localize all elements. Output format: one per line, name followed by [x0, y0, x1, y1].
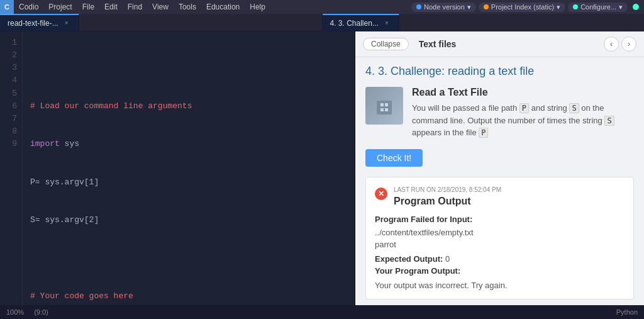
tab-editor-close[interactable]: × [62, 19, 71, 28]
check-it-button[interactable]: Check It! [365, 149, 423, 167]
result-body: Program Failed for Input: ../content/tex… [375, 215, 625, 290]
project-index-label: Project Index (static) [491, 3, 554, 11]
project-index-chevron: ▾ [557, 3, 560, 11]
code-line-1 [30, 62, 347, 74]
node-version-badge[interactable]: Node version ▾ [411, 3, 476, 12]
line-num-4: 4 [0, 74, 17, 87]
code-content[interactable]: # Load our command line arguments import… [23, 31, 355, 305]
line-num-2: 2 [0, 49, 17, 62]
status-bar: 100% (9:0) Python [0, 305, 644, 319]
line-num-5: 5 [0, 87, 17, 100]
challenge-title: 4. 3. Challenge: reading a text file [365, 65, 634, 78]
line-num-8: 8 [0, 125, 17, 138]
code-line-7: # Your code goes here [30, 290, 347, 303]
menu-view[interactable]: View [147, 1, 174, 13]
menu-find[interactable]: Find [123, 1, 147, 13]
code-line-3: import sys [30, 138, 347, 150]
status-left: 100% (9:0) [6, 308, 48, 316]
desc-text-1: You will be passed a file path [412, 103, 517, 113]
svg-rect-1 [379, 98, 389, 101]
tab-challenge-label: 4. 3. Challen... [330, 19, 379, 28]
s-code-2: S [604, 116, 614, 126]
nav-prev[interactable]: ‹ [604, 36, 619, 52]
svg-rect-5 [385, 108, 388, 111]
p-code-2: P [479, 128, 488, 138]
menu-project[interactable]: Project [43, 1, 77, 13]
result-header: ✕ LAST RUN on 2/18/2019, 8:52:04 PM Prog… [375, 186, 625, 207]
challenge-info: Read a Text File You will be passed a fi… [412, 87, 634, 139]
tab-challenge[interactable]: 4. 3. Challen... × [323, 14, 399, 31]
configure-label: Configure... [580, 3, 616, 11]
desc-text-4: appears in the file [412, 128, 477, 137]
section-title: Text files [419, 39, 457, 49]
project-dot [484, 4, 489, 9]
challenge-name: Read a Text File [412, 87, 634, 98]
result-card: ✕ LAST RUN on 2/18/2019, 8:52:04 PM Prog… [365, 177, 634, 299]
node-version-label: Node version [424, 3, 465, 11]
menu-bar-right: Node version ▾ Project Index (static) ▾ … [411, 3, 644, 12]
status-zoom: 100% [6, 308, 24, 316]
challenge-icon [365, 87, 403, 125]
menu-education[interactable]: Education [201, 1, 245, 13]
failed-label: Program Failed for Input: [375, 215, 472, 224]
status-dot [633, 4, 639, 10]
menu-items: Codio Project File Edit Find View Tools … [14, 1, 270, 13]
right-header: Collapse Text files ‹ › [355, 31, 644, 57]
line-numbers: 1 2 3 4 5 6 7 8 9 [0, 31, 23, 305]
collapse-button[interactable]: Collapse [363, 38, 409, 50]
code-area[interactable]: 1 2 3 4 5 6 7 8 9 # Load our command lin… [0, 31, 355, 305]
svg-rect-2 [380, 103, 384, 106]
error-icon: ✕ [375, 187, 387, 200]
configure-chevron: ▾ [619, 3, 623, 11]
configure-badge[interactable]: Configure... ▾ [568, 3, 628, 12]
tab-challenge-close[interactable]: × [382, 19, 391, 28]
desc-text-2: and string [531, 103, 567, 113]
expected-label: Expected Output: [375, 254, 443, 264]
challenge-description: You will be passed a file path P and str… [412, 102, 634, 139]
result-meta: LAST RUN on 2/18/2019, 8:52:04 PM Progra… [394, 186, 625, 207]
failed-path: ../content/textfiles/empty.txt [375, 228, 625, 237]
line-num-1: 1 [0, 36, 17, 49]
right-tab-section: 4. 3. Challen... × [322, 14, 645, 31]
node-version-chevron: ▾ [467, 3, 471, 11]
failed-input: parrot [375, 240, 625, 249]
code-line-2: # Load our command line arguments [30, 100, 347, 113]
line-num-7: 7 [0, 113, 17, 125]
status-language: Python [616, 308, 638, 316]
code-line-5: S= sys.argv[2] [30, 214, 347, 227]
line-num-9: 9 [0, 138, 17, 150]
code-line-6 [30, 252, 347, 264]
nav-next[interactable]: › [621, 36, 636, 52]
tab-bar: read-text-file-... × 4. 3. Challen... × [0, 14, 644, 31]
challenge-card: Read a Text File You will be passed a fi… [365, 87, 634, 139]
main-content: 1 2 3 4 5 6 7 8 9 # Load our command lin… [0, 31, 644, 305]
app-logo: C [0, 0, 14, 14]
building-icon [372, 93, 397, 118]
svg-rect-0 [377, 101, 392, 115]
tab-editor[interactable]: read-text-file-... × [0, 14, 79, 31]
p-code-1: P [519, 103, 529, 113]
menu-bar: C Codio Project File Edit Find View Tool… [0, 0, 644, 14]
program-output-title: Program Output [394, 196, 625, 207]
right-content: 4. 3. Challenge: reading a text file Rea… [355, 57, 644, 305]
menu-edit[interactable]: Edit [99, 1, 123, 13]
svg-rect-4 [380, 108, 384, 111]
svg-rect-3 [385, 103, 388, 106]
menu-help[interactable]: Help [245, 1, 270, 13]
right-panel: Collapse Text files ‹ › 4. 3. Challenge:… [355, 31, 644, 305]
menu-tools[interactable]: Tools [174, 1, 201, 13]
expected-value: 0 [445, 254, 450, 264]
s-code-1: S [569, 103, 579, 113]
project-index-badge[interactable]: Project Index (static) ▾ [479, 3, 565, 12]
line-num-3: 3 [0, 62, 17, 74]
editor-panel: 1 2 3 4 5 6 7 8 9 # Load our command lin… [0, 31, 355, 305]
menu-codio[interactable]: Codio [14, 1, 43, 13]
tab-editor-label: read-text-file-... [8, 19, 58, 28]
status-position: (9:0) [34, 308, 48, 316]
code-line-4: P= sys.argv[1] [30, 176, 347, 189]
configure-dot [573, 4, 578, 9]
line-num-6: 6 [0, 100, 17, 113]
last-run-label: LAST RUN on 2/18/2019, 8:52:04 PM [394, 186, 625, 193]
menu-file[interactable]: File [77, 1, 99, 13]
nav-arrows: ‹ › [604, 36, 636, 52]
